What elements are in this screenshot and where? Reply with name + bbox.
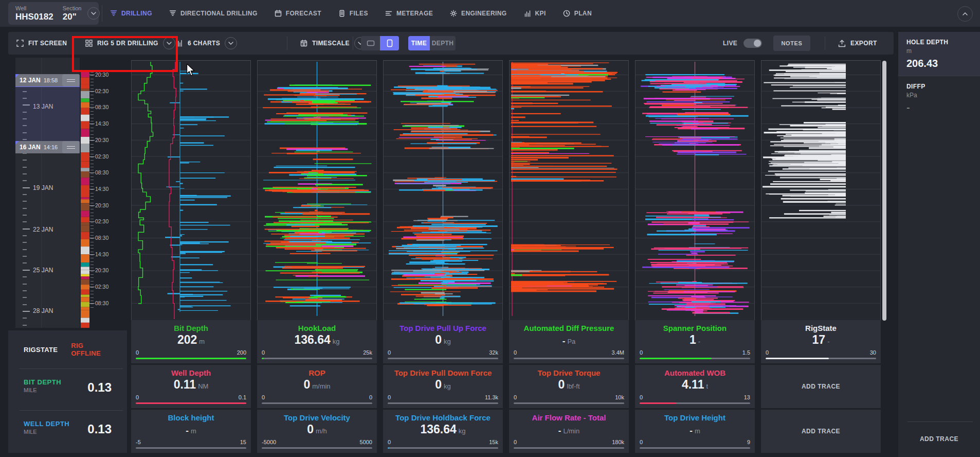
nav-tab-directional-drilling[interactable]: DIRECTIONAL DRILLING <box>169 10 258 17</box>
trace-panel-top-drive-velocity[interactable]: Top Drive Velocity0m/h-50005000 <box>257 410 377 453</box>
vertical-scrollbar[interactable] <box>882 61 886 321</box>
time-axis-major-tick <box>89 254 95 255</box>
trace-min-label: 0 <box>262 349 265 356</box>
timeline-tick <box>23 180 27 181</box>
diffp-value: - <box>906 102 980 114</box>
time-axis-label: 02:30 <box>95 218 111 224</box>
trace-value: 0.11NM <box>131 378 251 392</box>
time-axis-minor-tick <box>90 258 94 258</box>
trace-value: 0kg <box>383 378 503 392</box>
chart-column-1[interactable] <box>131 58 251 320</box>
selected-time-range[interactable] <box>15 86 80 142</box>
chart-column-2[interactable] <box>257 58 377 320</box>
drag-handle[interactable] <box>62 74 80 86</box>
timeline-tick <box>23 235 27 236</box>
trace-panel-automated-diff-pressure[interactable]: Automated Diff Pressure-Pa03.4M <box>509 320 629 363</box>
date-range-timeline[interactable]: 13 JAN19 JAN22 JAN25 JAN28 JAN12 JAN18:5… <box>15 58 80 328</box>
charts-dropdown-button[interactable] <box>225 37 237 49</box>
nav-tab-forecast[interactable]: FORECAST <box>275 10 321 17</box>
nav-tab-engineering[interactable]: ENGINEERING <box>450 10 506 17</box>
hole-depth-unit: m <box>906 47 980 55</box>
export-label: EXPORT <box>850 40 877 47</box>
trace-min-label: 0 <box>640 394 643 400</box>
well-section-selector[interactable]: Well HHS0182 Section 20" <box>8 2 99 25</box>
nav-tab-meterage[interactable]: METERAGE <box>385 10 433 17</box>
trace-max-label: 1.5 <box>742 349 750 356</box>
range-date: 12 JAN <box>20 77 41 84</box>
chart-column-6[interactable] <box>761 58 881 320</box>
landscape-orientation-button[interactable] <box>361 36 380 50</box>
chart-column-3[interactable] <box>383 58 503 320</box>
portrait-orientation-button[interactable] <box>380 36 399 50</box>
nav-tab-drilling[interactable]: DRILLING <box>110 10 152 17</box>
trace-title: Top Drive Pull Down Force <box>383 368 503 377</box>
timeline-tick <box>23 208 27 209</box>
fit-screen-button[interactable]: FIT SCREEN <box>16 32 67 55</box>
time-axis-minor-tick <box>90 121 94 121</box>
drilling-dashboard: Well HHS0182 Section 20" DRILLINGDIRECTI… <box>0 0 980 457</box>
nav-tab-label: PLAN <box>574 10 592 17</box>
depth-mode-button[interactable]: DEPTH <box>430 36 456 50</box>
trace-panel-air-flow-rate-total[interactable]: Air Flow Rate - Total-L/min0180k <box>509 410 629 453</box>
trace-panel-block-height[interactable]: Block height-m-515 <box>131 410 251 453</box>
nav-tab-label: METERAGE <box>396 10 433 17</box>
trace-range-fill <box>640 402 676 404</box>
notes-button[interactable]: NOTES <box>773 36 810 51</box>
live-label: LIVE <box>723 40 737 47</box>
export-button[interactable]: EXPORT <box>838 32 877 55</box>
time-axis-minor-tick <box>90 193 94 194</box>
trace-panel-automated-wob[interactable]: Automated WOB4.11t013 <box>635 365 755 408</box>
trace-panel-hookload[interactable]: HookLoad136.64kg025k <box>257 320 377 363</box>
add-trace-button[interactable]: ADD TRACE <box>761 365 881 408</box>
collapse-header-button[interactable] <box>957 6 973 22</box>
timeline-tick <box>23 325 27 326</box>
trace-panel-top-drive-torque[interactable]: Top Drive Torque0lbf-ft010k <box>509 365 629 408</box>
live-toggle-switch[interactable] <box>743 39 762 48</box>
chart-column-5[interactable] <box>635 58 755 320</box>
trace-panel-spanner-position[interactable]: Spanner Position1-01.5 <box>635 320 755 363</box>
drag-handle[interactable] <box>62 141 80 153</box>
section-dropdown-button[interactable] <box>87 7 100 20</box>
trace-panel-well-depth[interactable]: Well Depth0.11NM00.1 <box>131 365 251 408</box>
nav-tab-label: ENGINEERING <box>461 10 506 17</box>
trace-unit: kg <box>459 427 466 435</box>
calendar-icon <box>275 10 282 17</box>
time-axis-minor-tick <box>90 222 94 223</box>
time-axis-minor-tick <box>90 203 94 203</box>
timescale-select[interactable]: TIMESCALE <box>300 32 367 55</box>
rigstate-label: RIGSTATE <box>24 346 58 354</box>
time-axis-label: 20:30 <box>95 267 111 273</box>
trace-panel-rigstate[interactable]: RigState17-030 <box>761 320 881 363</box>
trace-title: HookLoad <box>257 324 377 332</box>
range-start-handle[interactable]: 12 JAN18:58 <box>15 74 80 86</box>
trace-panel-bit-depth[interactable]: Bit Depth202m0200 <box>131 320 251 363</box>
rigstate-activity-strip[interactable] <box>81 71 89 328</box>
add-trace-button[interactable]: ADD TRACE <box>761 410 881 453</box>
sidebar-add-trace-button[interactable]: ADD TRACE <box>898 435 980 443</box>
nav-tab-files[interactable]: FILES <box>338 10 368 17</box>
trace-panel-top-drive-height[interactable]: Top Drive Height-m09 <box>635 410 755 453</box>
trace-unit: m/h <box>316 427 327 435</box>
range-end-handle[interactable]: 16 JAN14:16 <box>15 141 80 153</box>
trace-max-label: 11.3k <box>485 394 498 400</box>
time-axis-minor-tick <box>90 147 94 148</box>
nav-tab-kpi[interactable]: KPI <box>524 10 546 17</box>
nav-tab-plan[interactable]: PLAN <box>563 10 592 17</box>
timeline-tick <box>23 228 30 230</box>
charts-count-label: 6 CHARTS <box>188 40 220 47</box>
time-axis-major-tick <box>89 189 95 189</box>
timeline-tick <box>23 290 27 291</box>
range-time: 14:16 <box>44 144 58 150</box>
export-upload-icon <box>838 40 846 47</box>
time-axis-minor-tick <box>90 206 94 206</box>
trace-panel-top-drive-holdback-force[interactable]: Top Drive Holdback Force136.64kg015k <box>383 410 503 453</box>
trace-unit: L/min <box>563 427 579 435</box>
trace-panel-top-drive-pull-down-force[interactable]: Top Drive Pull Down Force0kg011.3k <box>383 365 503 408</box>
charts-count-select[interactable]: 6 CHARTS <box>176 32 237 55</box>
time-axis-minor-tick <box>90 255 94 255</box>
trace-panel-rop[interactable]: ROP0m/min00 <box>257 365 377 408</box>
timeline-tick <box>23 221 27 222</box>
chart-column-4[interactable] <box>509 58 629 320</box>
time-mode-button[interactable]: TIME <box>408 36 430 50</box>
trace-panel-top-drive-pull-up-force[interactable]: Top Drive Pull Up Force0kg032k <box>383 320 503 363</box>
